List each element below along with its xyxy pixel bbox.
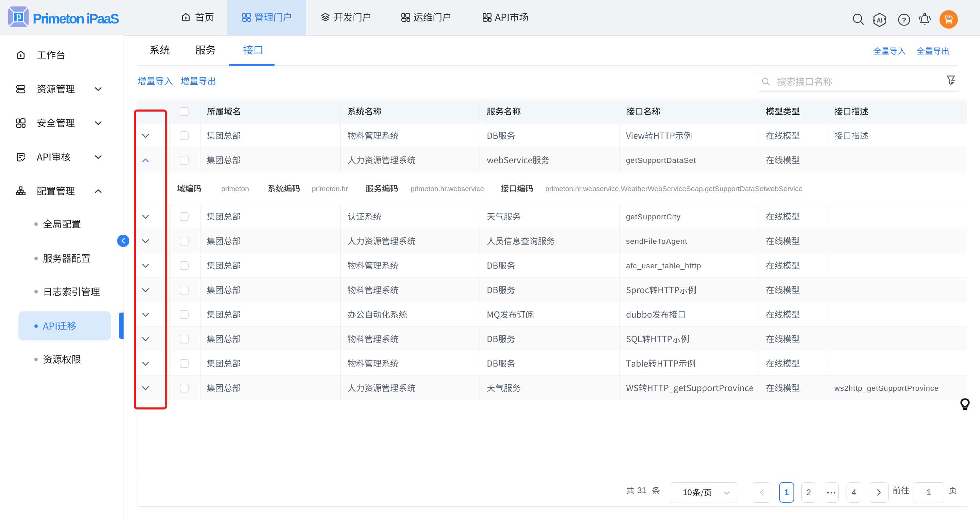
svg-text:p: p <box>16 11 21 21</box>
svg-text:?: ? <box>902 16 907 24</box>
svg-text:AI: AI <box>877 17 883 24</box>
